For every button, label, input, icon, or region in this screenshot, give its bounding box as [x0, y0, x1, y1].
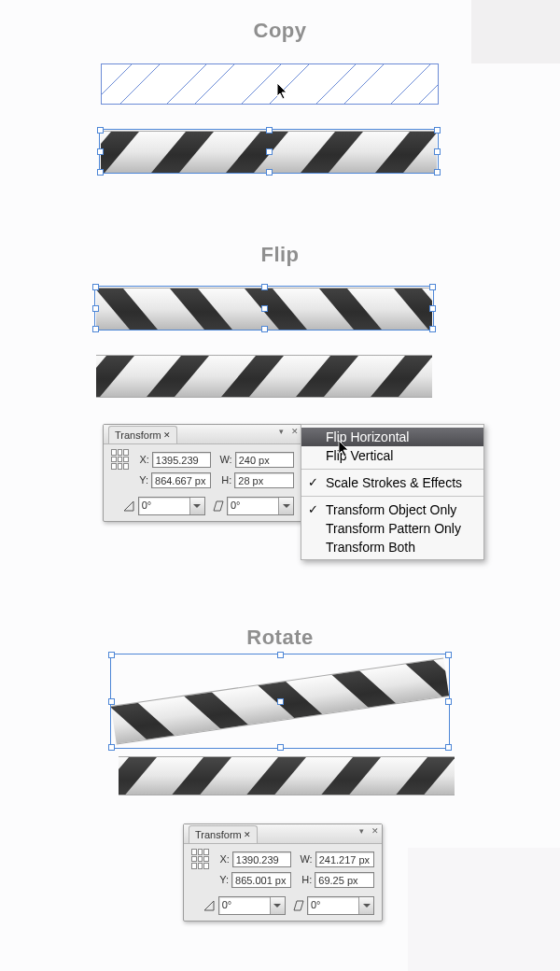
transform-popup-menu[interactable]: Flip Horizontal Flip Vertical ✓Scale Str…: [301, 424, 484, 560]
heading-flip: Flip: [0, 243, 560, 267]
y-field[interactable]: 865.001 px: [231, 872, 291, 888]
panel-header[interactable]: Transform✕ ▾ ✕: [184, 824, 382, 844]
panel-tab-label: Transform: [115, 429, 161, 441]
check-icon: ✓: [308, 473, 318, 492]
rotate-angle-field[interactable]: 0°: [218, 896, 286, 915]
panel-tab[interactable]: Transform✕: [108, 426, 177, 443]
tutorial-figure: Copy: [0, 0, 560, 971]
panel-tab-label: Transform: [195, 829, 242, 840]
dropdown-arrow-icon[interactable]: [189, 498, 204, 514]
menu-item-flip-vertical[interactable]: Flip Vertical: [301, 446, 483, 465]
hazard-bar-rotated[interactable]: [111, 658, 449, 745]
x-field[interactable]: 1390.239 px: [232, 851, 291, 867]
w-label: W:: [300, 853, 313, 865]
menu-item-transform-object[interactable]: ✓Transform Object Only: [301, 500, 483, 519]
h-field[interactable]: 28 px: [234, 472, 294, 488]
w-field[interactable]: 240 px: [235, 452, 294, 468]
h-field[interactable]: 69.25 px: [315, 872, 374, 888]
panel-body: X: 1395.239 px W: 240 px Y: 864.667 px H…: [104, 444, 301, 521]
shear-angle-icon: [211, 500, 224, 513]
menu-item-transform-pattern[interactable]: Transform Pattern Only: [301, 519, 483, 538]
hazard-bar-copy[interactable]: [101, 131, 437, 174]
transform-panel[interactable]: Transform✕ ▾ ✕ X: 1390.239 px W: 241.217…: [183, 823, 383, 922]
wireframe-bar[interactable]: [101, 63, 439, 105]
menu-item-transform-both[interactable]: Transform Both: [301, 538, 483, 556]
menu-separator: [301, 469, 483, 470]
h-label: H:: [299, 874, 312, 885]
hazard-bar-flip-1[interactable]: [96, 288, 432, 331]
h-label: H:: [218, 474, 231, 486]
panel-header[interactable]: Transform✕ ▾ ✕: [104, 425, 301, 444]
tab-close-icon[interactable]: ✕: [244, 830, 251, 839]
panel-close-icon[interactable]: ✕: [289, 427, 300, 437]
y-label: Y:: [135, 474, 148, 486]
dropdown-arrow-icon[interactable]: [270, 897, 285, 914]
check-icon: ✓: [308, 500, 318, 519]
rotate-angle-icon: [122, 500, 135, 513]
panel-menu-icon[interactable]: ▾: [357, 826, 367, 837]
panel-window-icons: ▾ ✕: [276, 427, 300, 437]
w-label: W:: [219, 454, 232, 465]
w-field[interactable]: 241.217 px: [315, 851, 374, 867]
panel-body: X: 1390.239 px W: 241.217 px Y: 865.001 …: [184, 844, 382, 921]
y-label: Y:: [216, 874, 229, 885]
panel-tab[interactable]: Transform✕: [189, 825, 258, 843]
dropdown-arrow-icon[interactable]: [278, 498, 293, 514]
shear-angle-field[interactable]: 0°: [227, 497, 294, 515]
hazard-bar-flat: [119, 756, 455, 795]
page-shadow-bottom: [408, 848, 560, 971]
rotate-angle-field[interactable]: 0°: [138, 497, 205, 515]
heading-rotate: Rotate: [0, 626, 560, 650]
panel-window-icons: ▾ ✕: [357, 826, 380, 837]
hazard-bar-flip-2: [96, 355, 432, 398]
tab-close-icon[interactable]: ✕: [163, 430, 171, 440]
dropdown-arrow-icon[interactable]: [358, 897, 373, 914]
panel-close-icon[interactable]: ✕: [370, 826, 380, 837]
heading-copy: Copy: [0, 19, 560, 43]
rotate-angle-icon: [203, 899, 216, 912]
transform-panel[interactable]: Transform✕ ▾ ✕ X: 1395.239 px W: 240 px …: [103, 424, 302, 522]
shear-angle-icon: [291, 899, 304, 912]
panel-menu-icon[interactable]: ▾: [276, 427, 287, 437]
reference-point-grid[interactable]: [191, 849, 209, 869]
menu-separator: [301, 496, 483, 497]
rotated-bar-group: [112, 654, 448, 747]
svg-line-9: [419, 64, 438, 104]
reference-point-grid[interactable]: [111, 449, 129, 470]
x-field[interactable]: 1395.239 px: [152, 452, 211, 468]
shear-angle-field[interactable]: 0°: [307, 896, 374, 915]
x-label: X:: [217, 853, 230, 865]
menu-item-flip-horizontal[interactable]: Flip Horizontal: [301, 428, 483, 446]
menu-item-scale-strokes[interactable]: ✓Scale Strokes & Effects: [301, 473, 483, 492]
y-field[interactable]: 864.667 px: [151, 472, 211, 488]
svg-line-0: [102, 64, 132, 104]
x-label: X:: [136, 454, 149, 465]
